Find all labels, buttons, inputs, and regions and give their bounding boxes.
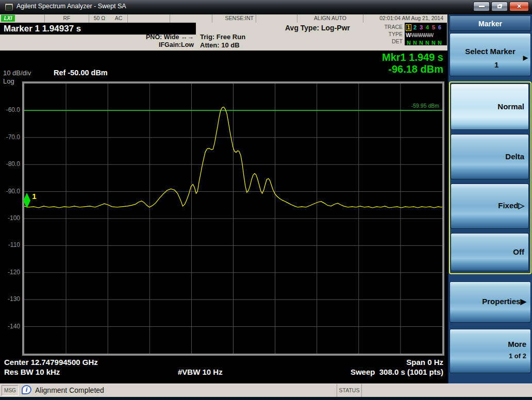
restore-button[interactable] bbox=[491, 2, 508, 11]
rf-indicator: RF bbox=[45, 14, 89, 23]
trigger-label: Trig: Free Run bbox=[200, 33, 245, 41]
pno-label: PNO: Wide bbox=[146, 34, 179, 41]
active-function-readout[interactable]: Marker 1 1.94937 s bbox=[0, 23, 196, 35]
scale-per-div-label: 10 dB/div bbox=[3, 69, 31, 77]
fixed-button[interactable]: Fixed▷ bbox=[451, 184, 529, 229]
ref-level-label[interactable]: Ref -50.00 dBm bbox=[54, 69, 108, 77]
trace-5-number[interactable]: 5 bbox=[430, 24, 437, 31]
empty-cell bbox=[256, 14, 297, 23]
select-marker-button[interactable]: Select Marker ▶ 1 bbox=[450, 33, 531, 76]
res-bw-label[interactable]: Res BW 10 kHz bbox=[4, 368, 60, 376]
ytick--80: -80.0 bbox=[0, 160, 20, 168]
delta-button[interactable]: Delta bbox=[451, 134, 529, 179]
app-icon bbox=[5, 3, 13, 11]
more-page-label: 1 of 2 bbox=[509, 352, 526, 360]
menu-title: Marker bbox=[450, 15, 531, 31]
ytick--100: -100 bbox=[0, 214, 20, 222]
trace-numbers-row: 123456 bbox=[406, 23, 446, 31]
avg-type-label: Avg Type: Log-Pwr bbox=[285, 24, 350, 32]
submenu-arrow-icon: ▶ bbox=[520, 297, 526, 306]
measurement-bar: Marker 1 1.94937 s PNO: Wide ↔→ IFGain:L… bbox=[0, 23, 447, 51]
status-bar: MSG i Alignment Completed STATUS bbox=[0, 384, 532, 397]
window-title: Agilent Spectrum Analyzer - Swept SA bbox=[16, 3, 126, 10]
more-button[interactable]: More 1 of 2 bbox=[450, 329, 531, 373]
ytick--60: -60.0 bbox=[0, 106, 20, 113]
close-icon: ✕ bbox=[517, 3, 521, 9]
spectrum-analyzer-window: Agilent Spectrum Analyzer - Swept SA ✕ L… bbox=[0, 0, 532, 400]
trace-types-row: WWWWWW bbox=[406, 31, 446, 39]
trace-6-number[interactable]: 6 bbox=[437, 24, 443, 31]
det-row-label: DET bbox=[373, 38, 403, 45]
pno-arrow-icon: ↔→ bbox=[181, 34, 194, 41]
lxi-badge: LXI bbox=[1, 15, 15, 22]
trace-6-detector: N bbox=[437, 39, 443, 46]
msg-cell: MSG bbox=[2, 385, 19, 396]
more-label: More bbox=[508, 340, 526, 348]
ytick--90: -90.0 bbox=[0, 188, 20, 195]
type-row-label: TYPE bbox=[373, 30, 403, 38]
coupling-indicator: AC bbox=[110, 14, 128, 23]
window-controls: ✕ bbox=[473, 2, 529, 11]
trigger-block: Trig: Free Run Atten: 10 dB bbox=[200, 33, 245, 49]
status-message: Alignment Completed bbox=[35, 386, 104, 394]
atten-label: Atten: 10 dB bbox=[200, 41, 245, 49]
properties-label: Properties bbox=[482, 297, 520, 306]
softkey-menu: Marker Select Marker ▶ 1 Normal Delta Fi… bbox=[447, 14, 532, 384]
span-label[interactable]: Span 0 Hz bbox=[406, 358, 443, 366]
normal-button[interactable]: Normal bbox=[451, 84, 529, 130]
fixed-label: Fixed bbox=[498, 201, 518, 210]
title-bar[interactable]: Agilent Spectrum Analyzer - Swept SA ✕ bbox=[0, 0, 532, 14]
properties-button[interactable]: Properties▶ bbox=[450, 281, 531, 323]
trace-1-number[interactable]: 1 bbox=[406, 24, 411, 31]
sweep-label[interactable]: Sweep 308.0 s (1001 pts) bbox=[351, 368, 443, 376]
trace-4-detector: N bbox=[424, 39, 430, 46]
graticule-plot[interactable]: -59.95 dBm1 bbox=[22, 81, 444, 356]
ytick--130: -130 bbox=[0, 295, 20, 303]
ifgain-label: IFGain:Low bbox=[103, 41, 194, 49]
open-arrow-icon: ▷ bbox=[518, 201, 524, 210]
submenu-arrow-icon: ▶ bbox=[523, 54, 528, 61]
lxi-cell: LXI bbox=[0, 14, 45, 23]
empty-cell bbox=[128, 14, 170, 23]
marker-mode-group: Normal Delta Fixed▷ Off bbox=[449, 81, 531, 274]
trace-type-clearwrite: W bbox=[406, 32, 411, 38]
restore-icon bbox=[497, 5, 502, 8]
ytick--140: -140 bbox=[0, 323, 20, 330]
off-label: Off bbox=[513, 247, 524, 256]
trace-indicator-box[interactable]: 123456 WWWWWW NNNNNN bbox=[405, 23, 447, 45]
trace-2-number[interactable]: 2 bbox=[412, 24, 418, 31]
trace-indicator-labels: TRACE TYPE DET bbox=[373, 23, 403, 45]
trace-row-label: TRACE bbox=[373, 23, 403, 30]
display-line-label: -59.95 dBm bbox=[411, 103, 440, 109]
status-cell: STATUS bbox=[337, 384, 362, 397]
select-marker-label: Select Marker bbox=[450, 47, 530, 56]
trace-4-number[interactable]: 4 bbox=[424, 24, 430, 31]
ytick--110: -110 bbox=[0, 241, 20, 248]
trace-2-detector: N bbox=[412, 39, 418, 46]
empty-cell bbox=[170, 14, 212, 23]
ytick--70: -70.0 bbox=[0, 134, 20, 141]
minimize-button[interactable] bbox=[473, 2, 490, 11]
off-button[interactable]: Off bbox=[451, 233, 529, 271]
vbw-label[interactable]: #VBW 10 Hz bbox=[178, 368, 223, 376]
trace-3-detector: N bbox=[418, 39, 424, 46]
trace-detectors-row: NNNNNN bbox=[406, 39, 446, 46]
marker-result-readout: Mkr1 1.949 s -96.18 dBm bbox=[382, 52, 443, 75]
delta-label: Delta bbox=[505, 152, 524, 161]
minimize-icon bbox=[479, 6, 485, 7]
trace-5-detector: N bbox=[430, 39, 437, 46]
trace-1-detector: N bbox=[406, 39, 412, 46]
marker-1-number-label: 1 bbox=[32, 192, 36, 201]
marker-time-readout: Mkr1 1.949 s bbox=[382, 52, 443, 63]
sense-indicator: SENSE:INT bbox=[212, 14, 256, 23]
close-button[interactable]: ✕ bbox=[509, 2, 529, 11]
datetime-indicator: 02:01:04 AM Aug 21, 2014 bbox=[363, 14, 447, 23]
info-icon: i bbox=[22, 385, 31, 394]
marker-amplitude-readout: -96.18 dBm bbox=[382, 63, 443, 75]
instrument-status-strip: LXI RF 50 Ω AC SENSE:INT ALIGN AUTO 02:0… bbox=[0, 14, 447, 23]
trace-3-number[interactable]: 3 bbox=[418, 24, 424, 31]
center-frequency-label[interactable]: Center 12.747994500 GHz bbox=[4, 358, 98, 366]
pno-block: PNO: Wide ↔→ IFGain:Low bbox=[103, 34, 194, 49]
ytick--120: -120 bbox=[0, 269, 20, 276]
impedance-indicator: 50 Ω bbox=[89, 14, 110, 23]
